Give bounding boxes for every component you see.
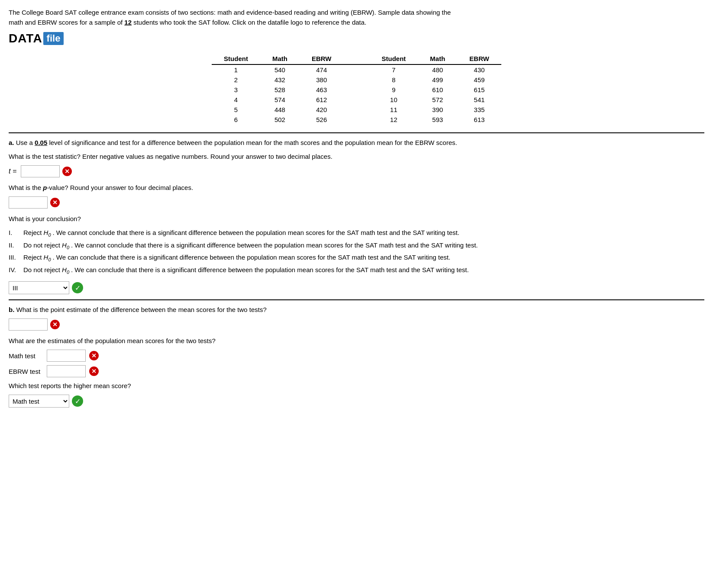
sample-size: 12 — [124, 19, 132, 26]
conclusion-roman: III. — [9, 252, 22, 263]
table-cell: 474 — [300, 64, 344, 75]
intro-text1: The College Board SAT college entrance e… — [9, 9, 451, 16]
data-table: Student Math EBRW Student Math EBRW 1540… — [212, 53, 501, 125]
conclusion-text: Do not reject — [23, 240, 60, 251]
part-a-label: a. — [9, 139, 14, 146]
ebrw-test-row: EBRW test ✕ — [9, 365, 704, 377]
table-cell: 4 — [212, 95, 260, 105]
conclusion-list-item: II. Do not reject H0. We cannot conclude… — [9, 240, 704, 252]
conclusion-h0: H0 — [62, 265, 69, 276]
p-value-error-icon[interactable]: ✕ — [50, 198, 60, 207]
conclusion-list-item: I. Reject H0. We cannot conclude that th… — [9, 228, 704, 239]
p-letter: p — [43, 184, 47, 191]
conclusion-check-icon: ✓ — [72, 282, 83, 293]
table-cell: 448 — [260, 105, 300, 115]
table-row: 650252612593613 — [212, 115, 501, 125]
math-test-row: Math test ✕ — [9, 350, 704, 362]
col-separator-cell — [344, 95, 370, 105]
estimates-question-text: What are the estimates of the population… — [9, 336, 704, 346]
p-value-input[interactable] — [9, 196, 48, 209]
q-pvalue-text1: What is the — [9, 184, 43, 191]
intro-paragraph: The College Board SAT college entrance e… — [9, 8, 704, 27]
section-divider-a — [9, 132, 704, 133]
conclusion-h0: H0 — [44, 228, 51, 239]
conclusion-rest: . We can conclude that there is a signif… — [71, 265, 469, 275]
higher-question-text: Which test reports the higher mean score… — [9, 381, 704, 391]
col-header-student1: Student — [212, 53, 260, 64]
point-estimate-error-icon[interactable]: ✕ — [50, 320, 60, 329]
table-cell: 11 — [370, 105, 418, 115]
conclusion-text: Do not reject — [23, 265, 60, 275]
table-cell: 12 — [370, 115, 418, 125]
t-statistic-input[interactable] — [21, 165, 60, 177]
table-cell: 540 — [260, 64, 300, 75]
table-cell: 610 — [418, 85, 457, 95]
table-cell: 613 — [457, 115, 501, 125]
table-cell: 8 — [370, 75, 418, 85]
conclusion-rest: . We cannot conclude that there is a sig… — [53, 228, 460, 238]
table-cell: 10 — [370, 95, 418, 105]
col-separator-cell — [344, 105, 370, 115]
col-header-math1: Math — [260, 53, 300, 64]
part-b-text: What is the point estimate of the differ… — [14, 306, 267, 313]
math-test-error-icon[interactable]: ✕ — [89, 351, 99, 360]
conclusion-list: I. Reject H0. We cannot conclude that th… — [9, 228, 704, 276]
table-cell: 1 — [212, 64, 260, 75]
part-b-label: b. — [9, 306, 14, 313]
t-equals-label: t = — [9, 167, 16, 175]
point-estimate-input[interactable] — [9, 318, 48, 331]
math-test-label: Math test — [9, 352, 43, 360]
conclusion-text: Reject — [23, 252, 42, 263]
table-cell: 615 — [457, 85, 501, 95]
part-a-text2: level of significance and test for a dif… — [47, 139, 457, 146]
part-b-text: b. What is the point estimate of the dif… — [9, 305, 704, 315]
higher-check-icon: ✓ — [72, 395, 83, 407]
col-header-ebrw2: EBRW — [457, 53, 501, 64]
conclusion-rest: . We can conclude that there is a signif… — [53, 252, 451, 263]
table-cell: 480 — [418, 64, 457, 75]
higher-question-label: Which test reports the higher mean score… — [9, 382, 131, 389]
higher-select[interactable]: Math testEBRW test — [9, 395, 69, 408]
table-cell: 463 — [300, 85, 344, 95]
col-separator-cell — [344, 85, 370, 95]
table-cell: 541 — [457, 95, 501, 105]
table-cell: 335 — [457, 105, 501, 115]
table-cell: 499 — [418, 75, 457, 85]
p-value-row: ✕ — [9, 196, 704, 209]
conclusion-list-item: IV. Do not reject H0. We can conclude th… — [9, 265, 704, 276]
col-separator — [344, 53, 370, 64]
table-cell: 459 — [457, 75, 501, 85]
col-header-math2: Math — [418, 53, 457, 64]
point-estimate-row: ✕ — [9, 318, 704, 331]
col-separator-cell — [344, 115, 370, 125]
table-row: 24323808499459 — [212, 75, 501, 85]
conclusion-question-text: What is your conclusion? — [9, 214, 704, 224]
ebrw-test-input[interactable] — [47, 365, 86, 377]
data-table-section: Student Math EBRW Student Math EBRW 1540… — [9, 53, 704, 125]
conclusion-question-label: What is your conclusion? — [9, 215, 81, 222]
q-pvalue-text: What is the p-value? Round your answer t… — [9, 183, 704, 193]
conclusion-roman: IV. — [9, 265, 22, 275]
table-cell: 430 — [457, 64, 501, 75]
higher-select-row: Math testEBRW test ✓ — [9, 395, 704, 408]
table-row: 544842011390335 — [212, 105, 501, 115]
datafile-logo[interactable]: DATAfile — [9, 32, 704, 45]
table-cell: 528 — [260, 85, 300, 95]
table-cell: 612 — [300, 95, 344, 105]
conclusion-roman: I. — [9, 228, 22, 238]
table-row: 457461210572541 — [212, 95, 501, 105]
conclusion-h0: H0 — [44, 252, 51, 264]
conclusion-select[interactable]: IIIIIIIV — [9, 281, 69, 294]
significance-level: 0.05 — [35, 139, 47, 146]
file-word: file — [43, 32, 64, 45]
t-statistic-error-icon[interactable]: ✕ — [62, 167, 72, 176]
estimates-question-label: What are the estimates of the population… — [9, 337, 216, 344]
table-cell: 3 — [212, 85, 260, 95]
conclusion-list-item: III. Reject H0. We can conclude that the… — [9, 252, 704, 264]
math-test-input[interactable] — [47, 350, 86, 362]
table-cell: 502 — [260, 115, 300, 125]
col-separator-cell — [344, 75, 370, 85]
ebrw-test-label: EBRW test — [9, 368, 43, 375]
part-a-text: a. Use a 0.05 level of significance and … — [9, 138, 704, 148]
ebrw-test-error-icon[interactable]: ✕ — [89, 366, 99, 376]
